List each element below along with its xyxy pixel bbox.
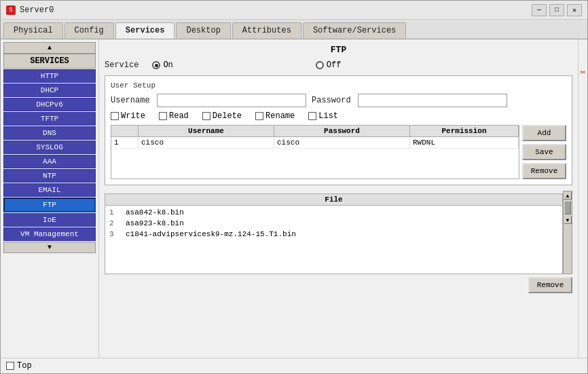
bottom-bar: Top [1,358,587,373]
sidebar-item-http[interactable]: HTTP [3,69,96,83]
file-num-2: 2 [109,219,120,227]
file-name-1: asa842-k8.bin [126,208,184,217]
checkbox-delete[interactable]: Delete [202,111,242,121]
list-item[interactable]: 1 asa842-k8.bin [107,207,561,218]
checkbox-read[interactable]: Read [159,111,189,121]
checkbox-write-box [111,112,119,120]
top-label: Top [17,361,32,371]
checkbox-write-label: Write [121,111,145,121]
bottom-top-checkbox[interactable]: Top [6,361,32,371]
maximize-button[interactable]: □ [549,4,564,16]
content-area: FTP Service On Off User Setup [99,39,578,358]
remove-file-button[interactable]: Remove [528,277,572,293]
file-scrollbar: ▲ ▼ [563,191,572,274]
file-header: File [105,194,562,206]
sidebar-item-email[interactable]: EMAIL [3,183,96,197]
main-content: ▲ SERVICES HTTP DHCP DHCPv6 TFTP DNS SYS… [1,39,587,358]
checkbox-row: Write Read Delete Rename [111,111,566,121]
tab-services[interactable]: Services [115,22,175,39]
sidebar-item-syslog[interactable]: SYSLOG [3,141,96,154]
close-button[interactable]: ✕ [567,4,582,16]
file-name-2: asa923-k8.bin [126,219,184,227]
add-button[interactable]: Add [522,125,566,141]
radio-on-label: On [163,60,172,70]
tab-attributes[interactable]: Attributes [232,22,301,39]
radio-on-circle [152,61,160,69]
checkbox-rename[interactable]: Rename [255,111,295,121]
file-list: 1 asa842-k8.bin 2 asa923-k8.bin 3 c1841-… [105,206,562,274]
checkbox-write[interactable]: Write [111,111,145,121]
checkbox-list-label: List [318,111,338,121]
sidebar-scroll-up[interactable]: ▲ [3,42,96,54]
checkbox-delete-label: Delete [213,111,242,121]
tab-software-services[interactable]: Software/Services [303,22,406,39]
checkbox-delete-box [202,112,210,120]
checkbox-rename-box [255,112,263,120]
col-num [111,126,139,136]
list-item[interactable]: 2 asa923-k8.bin [107,218,561,229]
user-table: Username Password Permission 1 cisco cis… [111,125,519,179]
radio-off[interactable]: Off [316,60,342,70]
window-title: Server0 [20,5,54,15]
scroll-up-btn[interactable]: ▲ [564,191,572,200]
service-label: Service [105,60,139,70]
password-input[interactable] [358,94,507,107]
file-remove-row: Remove [105,277,572,293]
radio-off-label: Off [327,60,342,70]
main-window: S Server0 — □ ✕ Physical Config Services… [0,0,588,374]
tab-desktop[interactable]: Desktop [176,22,230,39]
checkbox-read-box [159,112,167,120]
scroll-down-btn[interactable]: ▼ [564,216,572,224]
row-permission: RWDNL [410,137,519,148]
file-num-1: 1 [109,208,120,217]
row-num: 1 [111,137,139,148]
remove-user-button[interactable]: Remove [522,163,566,179]
user-setup-legend: User Setup [111,81,566,90]
window-icon: S [6,5,16,15]
sidebar-item-dns[interactable]: DNS [3,126,96,140]
title-bar: S Server0 — □ ✕ [1,1,587,20]
row-username: cisco [139,137,274,148]
sidebar-item-aaa[interactable]: AAA [3,155,96,168]
col-password: Password [274,126,410,136]
tab-config[interactable]: Config [65,22,114,39]
table-row[interactable]: 1 cisco cisco RWDNL [111,137,519,149]
col-permission: Permission [410,126,519,136]
tab-bar: Physical Config Services Desktop Attribu… [1,20,587,39]
right-edge-icon: ✂ [580,67,585,78]
password-label: Password [312,96,352,105]
user-setup-box: User Setup Username Password Write [105,75,572,185]
col-username: Username [139,126,274,136]
sidebar-scroll-down[interactable]: ▼ [3,242,96,253]
checkbox-rename-label: Rename [265,111,295,121]
scroll-thumb[interactable] [564,201,571,214]
sidebar-item-tftp[interactable]: TFTP [3,112,96,126]
title-controls: — □ ✕ [532,4,582,16]
file-section: File 1 asa842-k8.bin 2 asa923-k8.bin 3 c [105,193,563,274]
right-edge: ✂ [578,39,587,358]
radio-on[interactable]: On [152,60,172,70]
tab-physical[interactable]: Physical [3,22,63,39]
sidebar-item-dhcp[interactable]: DHCP [3,83,96,97]
file-section-wrapper: File 1 asa842-k8.bin 2 asa923-k8.bin 3 c [105,191,572,274]
sidebar-item-dhcpv6[interactable]: DHCPv6 [3,98,96,111]
sidebar-item-ftp[interactable]: FTP [3,198,96,212]
sidebar-item-ioe[interactable]: IoE [3,213,96,227]
radio-group-service: On Off [152,60,341,70]
username-label: Username [111,96,151,105]
user-table-header: Username Password Permission [111,126,519,137]
sidebar: ▲ SERVICES HTTP DHCP DHCPv6 TFTP DNS SYS… [1,39,99,358]
checkbox-list[interactable]: List [308,111,338,121]
username-password-row: Username Password [111,94,566,107]
list-item[interactable]: 3 c1841-advipservicesk9-mz.124-15.T1.bin [107,229,561,240]
sidebar-header: SERVICES [3,54,96,69]
minimize-button[interactable]: — [532,4,547,16]
username-input[interactable] [157,94,306,107]
checkbox-list-box [308,112,316,120]
checkbox-read-label: Read [169,111,189,121]
sidebar-item-ntp[interactable]: NTP [3,169,96,183]
radio-off-circle [316,61,324,69]
sidebar-item-vm-management[interactable]: VM Management [3,227,96,241]
ftp-title: FTP [105,45,572,55]
save-button[interactable]: Save [522,144,566,160]
